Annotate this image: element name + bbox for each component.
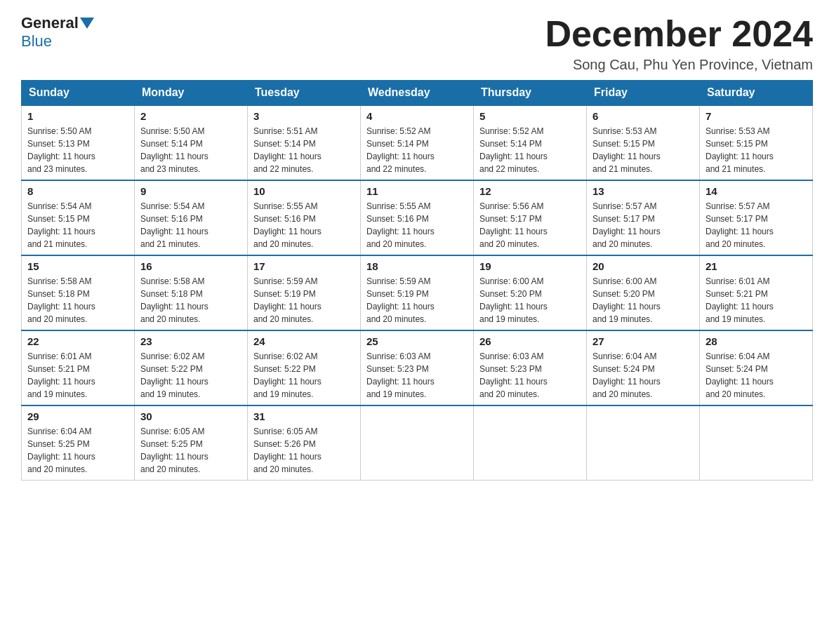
day-number: 22 <box>27 335 128 347</box>
day-info: Sunrise: 5:52 AMSunset: 5:14 PMDaylight:… <box>366 125 468 175</box>
calendar-cell: 1Sunrise: 5:50 AMSunset: 5:13 PMDaylight… <box>22 105 135 180</box>
logo-triangle-icon <box>80 18 94 29</box>
calendar-cell: 23Sunrise: 6:02 AMSunset: 5:22 PMDayligh… <box>135 330 248 405</box>
calendar-cell: 12Sunrise: 5:56 AMSunset: 5:17 PMDayligh… <box>474 180 587 255</box>
day-number: 20 <box>593 260 694 272</box>
page-header: General Blue December 2024 Song Cau, Phu… <box>21 14 813 73</box>
day-number: 25 <box>366 335 468 347</box>
calendar-week-row: 15Sunrise: 5:58 AMSunset: 5:18 PMDayligh… <box>22 255 813 330</box>
day-number: 21 <box>706 260 807 272</box>
month-year-title: December 2024 <box>545 14 813 54</box>
calendar-week-row: 8Sunrise: 5:54 AMSunset: 5:15 PMDaylight… <box>22 180 813 255</box>
day-number: 19 <box>479 260 581 272</box>
day-number: 30 <box>140 410 241 422</box>
calendar-cell: 19Sunrise: 6:00 AMSunset: 5:20 PMDayligh… <box>474 255 587 330</box>
calendar-cell: 11Sunrise: 5:55 AMSunset: 5:16 PMDayligh… <box>361 180 474 255</box>
day-info: Sunrise: 6:05 AMSunset: 5:26 PMDaylight:… <box>253 425 355 476</box>
day-number: 6 <box>593 110 694 122</box>
calendar-cell: 21Sunrise: 6:01 AMSunset: 5:21 PMDayligh… <box>700 255 813 330</box>
calendar-cell: 30Sunrise: 6:05 AMSunset: 5:25 PMDayligh… <box>135 405 248 481</box>
calendar-cell: 7Sunrise: 5:53 AMSunset: 5:15 PMDaylight… <box>700 105 813 180</box>
day-info: Sunrise: 5:57 AMSunset: 5:17 PMDaylight:… <box>706 200 807 250</box>
calendar-cell <box>474 405 587 481</box>
calendar-week-row: 22Sunrise: 6:01 AMSunset: 5:21 PMDayligh… <box>22 330 813 405</box>
day-number: 13 <box>593 185 694 197</box>
day-of-week-header: Wednesday <box>361 81 474 106</box>
day-number: 23 <box>140 335 241 347</box>
day-of-week-header: Friday <box>587 81 700 106</box>
logo-general-text: General <box>21 14 79 32</box>
day-number: 24 <box>253 335 355 347</box>
calendar-cell: 9Sunrise: 5:54 AMSunset: 5:16 PMDaylight… <box>135 180 248 255</box>
calendar-cell: 17Sunrise: 5:59 AMSunset: 5:19 PMDayligh… <box>248 255 361 330</box>
calendar-cell: 26Sunrise: 6:03 AMSunset: 5:23 PMDayligh… <box>474 330 587 405</box>
day-number: 15 <box>27 260 128 272</box>
day-of-week-header: Thursday <box>474 81 587 106</box>
calendar-table: SundayMondayTuesdayWednesdayThursdayFrid… <box>21 80 813 481</box>
calendar-week-row: 29Sunrise: 6:04 AMSunset: 5:25 PMDayligh… <box>22 405 813 481</box>
day-info: Sunrise: 5:58 AMSunset: 5:18 PMDaylight:… <box>140 275 241 326</box>
day-number: 16 <box>140 260 241 272</box>
calendar-cell: 13Sunrise: 5:57 AMSunset: 5:17 PMDayligh… <box>587 180 700 255</box>
day-info: Sunrise: 5:54 AMSunset: 5:16 PMDaylight:… <box>140 200 241 250</box>
calendar-cell <box>700 405 813 481</box>
calendar-cell: 15Sunrise: 5:58 AMSunset: 5:18 PMDayligh… <box>22 255 135 330</box>
calendar-cell: 10Sunrise: 5:55 AMSunset: 5:16 PMDayligh… <box>248 180 361 255</box>
day-info: Sunrise: 5:52 AMSunset: 5:14 PMDaylight:… <box>479 125 581 175</box>
day-info: Sunrise: 5:50 AMSunset: 5:14 PMDaylight:… <box>140 125 241 175</box>
calendar-cell: 22Sunrise: 6:01 AMSunset: 5:21 PMDayligh… <box>22 330 135 405</box>
day-info: Sunrise: 5:54 AMSunset: 5:15 PMDaylight:… <box>27 200 128 250</box>
day-number: 11 <box>366 185 468 197</box>
day-info: Sunrise: 6:01 AMSunset: 5:21 PMDaylight:… <box>706 275 807 326</box>
day-info: Sunrise: 6:02 AMSunset: 5:22 PMDaylight:… <box>253 350 355 401</box>
day-of-week-header: Saturday <box>700 81 813 106</box>
day-number: 17 <box>253 260 355 272</box>
day-info: Sunrise: 5:58 AMSunset: 5:18 PMDaylight:… <box>27 275 128 326</box>
day-info: Sunrise: 6:00 AMSunset: 5:20 PMDaylight:… <box>479 275 581 326</box>
day-number: 2 <box>140 110 241 122</box>
day-number: 27 <box>593 335 694 347</box>
day-number: 9 <box>140 185 241 197</box>
calendar-week-row: 1Sunrise: 5:50 AMSunset: 5:13 PMDaylight… <box>22 105 813 180</box>
calendar-cell: 25Sunrise: 6:03 AMSunset: 5:23 PMDayligh… <box>361 330 474 405</box>
day-number: 10 <box>253 185 355 197</box>
day-info: Sunrise: 6:05 AMSunset: 5:25 PMDaylight:… <box>140 425 241 476</box>
day-info: Sunrise: 5:53 AMSunset: 5:15 PMDaylight:… <box>593 125 694 175</box>
day-number: 1 <box>27 110 128 122</box>
calendar-cell <box>587 405 700 481</box>
calendar-cell: 20Sunrise: 6:00 AMSunset: 5:20 PMDayligh… <box>587 255 700 330</box>
calendar-cell: 5Sunrise: 5:52 AMSunset: 5:14 PMDaylight… <box>474 105 587 180</box>
calendar-cell <box>361 405 474 481</box>
title-block: December 2024 Song Cau, Phu Yen Province… <box>545 14 813 73</box>
calendar-cell: 8Sunrise: 5:54 AMSunset: 5:15 PMDaylight… <box>22 180 135 255</box>
day-number: 12 <box>479 185 581 197</box>
day-number: 26 <box>479 335 581 347</box>
day-info: Sunrise: 5:55 AMSunset: 5:16 PMDaylight:… <box>253 200 355 250</box>
location-subtitle: Song Cau, Phu Yen Province, Vietnam <box>545 57 813 73</box>
day-info: Sunrise: 6:02 AMSunset: 5:22 PMDaylight:… <box>140 350 241 401</box>
day-info: Sunrise: 5:53 AMSunset: 5:15 PMDaylight:… <box>706 125 807 175</box>
calendar-cell: 27Sunrise: 6:04 AMSunset: 5:24 PMDayligh… <box>587 330 700 405</box>
day-number: 31 <box>253 410 355 422</box>
day-info: Sunrise: 6:01 AMSunset: 5:21 PMDaylight:… <box>27 350 128 401</box>
day-number: 5 <box>479 110 581 122</box>
day-info: Sunrise: 5:59 AMSunset: 5:19 PMDaylight:… <box>366 275 468 326</box>
day-info: Sunrise: 5:50 AMSunset: 5:13 PMDaylight:… <box>27 125 128 175</box>
calendar-cell: 31Sunrise: 6:05 AMSunset: 5:26 PMDayligh… <box>248 405 361 481</box>
calendar-cell: 16Sunrise: 5:58 AMSunset: 5:18 PMDayligh… <box>135 255 248 330</box>
calendar-cell: 6Sunrise: 5:53 AMSunset: 5:15 PMDaylight… <box>587 105 700 180</box>
day-of-week-header: Tuesday <box>248 81 361 106</box>
calendar-cell: 2Sunrise: 5:50 AMSunset: 5:14 PMDaylight… <box>135 105 248 180</box>
day-number: 4 <box>366 110 468 122</box>
day-of-week-header: Sunday <box>22 81 135 106</box>
day-info: Sunrise: 5:57 AMSunset: 5:17 PMDaylight:… <box>593 200 694 250</box>
calendar-cell: 28Sunrise: 6:04 AMSunset: 5:24 PMDayligh… <box>700 330 813 405</box>
calendar-cell: 3Sunrise: 5:51 AMSunset: 5:14 PMDaylight… <box>248 105 361 180</box>
day-number: 14 <box>706 185 807 197</box>
day-number: 29 <box>27 410 128 422</box>
day-number: 28 <box>706 335 807 347</box>
calendar-header-row: SundayMondayTuesdayWednesdayThursdayFrid… <box>22 81 813 106</box>
logo: General Blue <box>21 14 95 51</box>
day-number: 3 <box>253 110 355 122</box>
day-info: Sunrise: 5:59 AMSunset: 5:19 PMDaylight:… <box>253 275 355 326</box>
